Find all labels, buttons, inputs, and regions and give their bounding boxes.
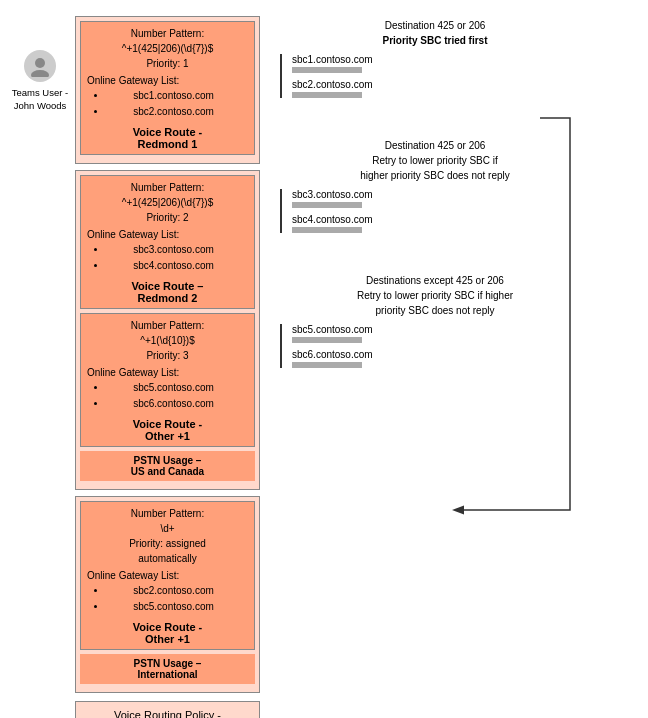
sbc-2a: sbc3.contoso.com	[292, 189, 600, 208]
route-4-gw-list: sbc2.contoso.com sbc5.contoso.com	[87, 581, 248, 617]
svg-point-1	[31, 70, 49, 77]
annotation-3: Destinations except 425 or 206 Retry to …	[270, 273, 600, 318]
policy-section: Number Pattern:^+1(425|206)(\d{7})$Prior…	[75, 10, 260, 718]
right-panel: Destination 425 or 206 Priority SBC trie…	[260, 10, 600, 718]
sbc-2a-bar	[292, 202, 362, 208]
sbc-3-entry: sbc5.contoso.com sbc6.contoso.com	[280, 324, 600, 368]
sbc-1-entry: sbc1.contoso.com sbc2.contoso.com	[280, 54, 600, 98]
route-4-name: Voice Route -Other +1	[87, 621, 248, 645]
route-box-2: Number Pattern:^+1(425|206)(\d{7})$Prior…	[75, 170, 260, 490]
route-4-gw-label: Online Gateway List:	[87, 570, 248, 581]
route-4-inner: Number Pattern:\d+Priority: assignedauto…	[80, 501, 255, 650]
user-label: Teams User - John Woods	[12, 86, 68, 113]
list-item: sbc4.contoso.com	[107, 258, 240, 274]
svg-point-0	[35, 58, 45, 68]
route-3-name: Voice Route -Other +1	[87, 418, 248, 442]
route-box-1: Number Pattern:^+1(425|206)(\d{7})$Prior…	[75, 16, 260, 164]
list-item: sbc1.contoso.com	[107, 88, 240, 104]
route-1-gw-label: Online Gateway List:	[87, 75, 248, 86]
sbc-1a-bar	[292, 67, 362, 73]
sbc-3b-bar	[292, 362, 362, 368]
route-box-4: Number Pattern:\d+Priority: assignedauto…	[75, 496, 260, 693]
route-2-gw-list: sbc3.contoso.com sbc4.contoso.com	[87, 240, 248, 276]
sbc-1a: sbc1.contoso.com	[292, 54, 600, 73]
route-1-inner: Number Pattern:^+1(425|206)(\d{7})$Prior…	[80, 21, 255, 155]
route-2-pattern: Number Pattern:^+1(425|206)(\d{7})$Prior…	[87, 180, 248, 225]
sbc-1b: sbc2.contoso.com	[292, 79, 600, 98]
sbc-1b-bar	[292, 92, 362, 98]
route-4-pattern: Number Pattern:\d+Priority: assignedauto…	[87, 506, 248, 566]
sbc-3a: sbc5.contoso.com	[292, 324, 600, 343]
list-item: sbc2.contoso.com	[107, 104, 240, 120]
route-1-gw-list: sbc1.contoso.com sbc2.contoso.com	[87, 86, 248, 122]
avatar	[24, 50, 56, 82]
sbc-3a-label: sbc5.contoso.com	[292, 324, 600, 335]
list-item: sbc6.contoso.com	[107, 396, 240, 412]
pstn-international: PSTN Usage –International	[80, 654, 255, 684]
sbc-2a-label: sbc3.contoso.com	[292, 189, 600, 200]
sbc-1b-label: sbc2.contoso.com	[292, 79, 600, 90]
sbc-2-entry: sbc3.contoso.com sbc4.contoso.com	[280, 189, 600, 233]
route-2-gw-label: Online Gateway List:	[87, 229, 248, 240]
pstn-us-canada: PSTN Usage –US and Canada	[80, 451, 255, 481]
route-3-gw-label: Online Gateway List:	[87, 367, 248, 378]
main-container: Teams User - John Woods Number Pattern:^…	[0, 0, 648, 718]
route-3-pattern: Number Pattern:^+1(\d{10})$Priority: 3	[87, 318, 248, 363]
sbc-3a-bar	[292, 337, 362, 343]
annotation-2: Destination 425 or 206 Retry to lower pr…	[270, 138, 600, 183]
sbc-2b-label: sbc4.contoso.com	[292, 214, 600, 225]
user-section: Teams User - John Woods	[5, 10, 75, 718]
policy-label: Voice Routing Policy -No restrictions	[75, 701, 260, 718]
route-1-pattern: Number Pattern:^+1(425|206)(\d{7})$Prior…	[87, 26, 248, 71]
list-item: sbc3.contoso.com	[107, 242, 240, 258]
sbc-2b: sbc4.contoso.com	[292, 214, 600, 233]
sbc-2b-bar	[292, 227, 362, 233]
route-1-name: Voice Route -Redmond 1	[87, 126, 248, 150]
sbc-1a-label: sbc1.contoso.com	[292, 54, 600, 65]
route-2-inner: Number Pattern:^+1(425|206)(\d{7})$Prior…	[80, 175, 255, 309]
annotation-1: Destination 425 or 206 Priority SBC trie…	[270, 18, 600, 48]
sbc-3b: sbc6.contoso.com	[292, 349, 600, 368]
route-2-name: Voice Route –Redmond 2	[87, 280, 248, 304]
sbc-group-2: Destination 425 or 206 Retry to lower pr…	[270, 138, 600, 233]
list-item: sbc5.contoso.com	[107, 599, 240, 615]
sbc-group-3: Destinations except 425 or 206 Retry to …	[270, 273, 600, 368]
route-3-gw-list: sbc5.contoso.com sbc6.contoso.com	[87, 378, 248, 414]
sbc-3b-label: sbc6.contoso.com	[292, 349, 600, 360]
sbc-group-1: Destination 425 or 206 Priority SBC trie…	[270, 18, 600, 98]
route-3-inner: Number Pattern:^+1(\d{10})$Priority: 3 O…	[80, 313, 255, 447]
list-item: sbc2.contoso.com	[107, 583, 240, 599]
list-item: sbc5.contoso.com	[107, 380, 240, 396]
